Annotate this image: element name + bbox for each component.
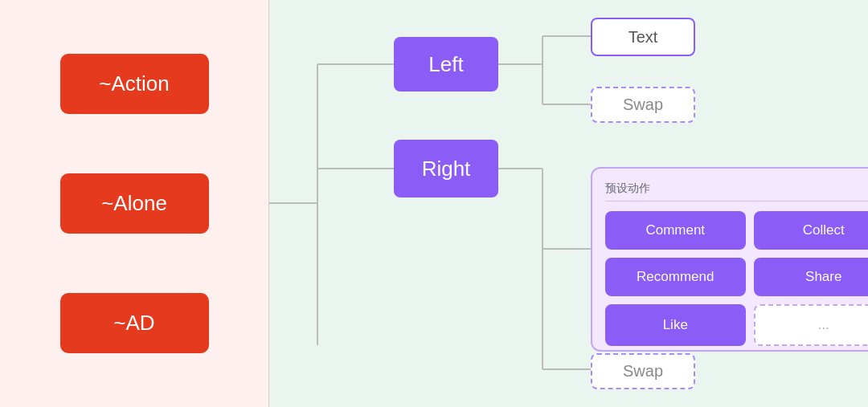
left-panel: ~Action ~Alone ~AD [0,0,269,407]
preset-more-button[interactable]: ... [754,304,869,346]
node-swap-top[interactable]: Swap [591,87,695,123]
node-right[interactable]: Right [394,140,498,197]
action-box-action[interactable]: ~Action [60,54,209,114]
action-box-ad[interactable]: ~AD [60,293,209,353]
preset-title: 预设动作 [605,181,868,201]
action-box-alone[interactable]: ~Alone [60,173,209,234]
preset-share-button[interactable]: Share [754,258,869,296]
node-text[interactable]: Text [591,18,695,56]
node-swap-bottom[interactable]: Swap [591,353,695,389]
preset-comment-button[interactable]: Comment [605,211,746,250]
preset-grid: Comment Collect Recommend Share Like ... [605,211,868,346]
preset-like-button[interactable]: Like [605,304,746,346]
preset-panel: 预设动作 Comment Collect Recommend Share Lik… [591,167,868,352]
preset-recommend-button[interactable]: Recommend [605,258,746,296]
right-panel: Left Text Swap Right 预设动作 Comment Collec… [269,0,868,407]
node-left[interactable]: Left [394,37,498,92]
preset-collect-button[interactable]: Collect [754,211,869,250]
